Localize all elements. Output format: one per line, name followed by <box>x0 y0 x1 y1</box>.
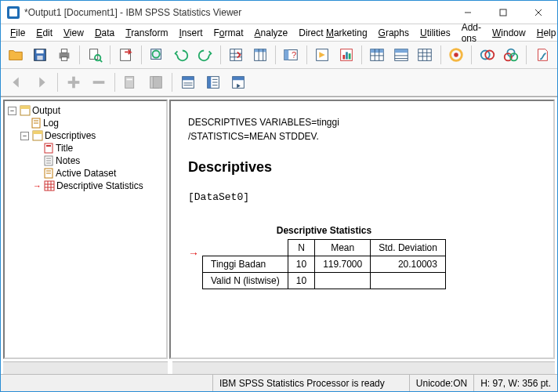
svg-rect-41 <box>418 49 432 61</box>
menu-help[interactable]: Help <box>532 26 558 40</box>
print-button[interactable] <box>53 44 74 66</box>
goto-data-button[interactable] <box>226 44 247 66</box>
svg-line-12 <box>100 60 103 62</box>
menu-data[interactable]: Data <box>90 26 119 40</box>
svg-rect-6 <box>37 56 42 60</box>
open-button[interactable] <box>5 44 27 66</box>
toolbar-2 <box>1 69 557 96</box>
collapse-button[interactable] <box>120 71 142 93</box>
menu-directmarketing[interactable]: Direct Marketing <box>294 26 371 40</box>
menu-window[interactable]: Window <box>487 26 531 40</box>
promote-button[interactable] <box>63 71 85 93</box>
section-title: Descriptives <box>188 159 536 176</box>
menubar: File Edit View Data Transform Insert For… <box>1 24 557 42</box>
maximize-button[interactable] <box>485 2 520 24</box>
tree-active-dataset-label: Active Dataset <box>56 168 116 179</box>
app-window: *Output1 [Document1] - IBM SPSS Statisti… <box>0 0 558 392</box>
tree-title[interactable]: Title <box>33 142 165 154</box>
goto-case-button[interactable] <box>249 44 270 66</box>
print-preview-button[interactable] <box>85 44 106 66</box>
tree-log[interactable]: Log <box>20 117 165 129</box>
column-header <box>203 240 288 256</box>
table-caption: Descriptive Statistics <box>202 225 446 239</box>
menu-insert[interactable]: Insert <box>174 26 207 40</box>
table-icon <box>44 180 55 191</box>
menu-edit[interactable]: Edit <box>31 26 57 40</box>
svg-rect-33 <box>371 49 384 53</box>
descriptive-statistics-table[interactable]: N Mean Std. Deviation Tinggi Badan 10 11… <box>202 239 446 289</box>
content-scrollbar[interactable] <box>172 361 555 374</box>
tree-title-label: Title <box>56 143 73 154</box>
status-unicode: Unicode:ON <box>409 375 473 391</box>
menu-utilities[interactable]: Utilities <box>415 26 455 40</box>
back-button[interactable] <box>5 71 27 93</box>
forward-button[interactable] <box>31 71 53 93</box>
collapse-icon[interactable]: − <box>8 107 16 115</box>
expand-button[interactable] <box>145 71 167 93</box>
menu-transform[interactable]: Transform <box>121 26 172 40</box>
menu-view[interactable]: View <box>59 26 89 40</box>
window-title: *Output1 [Document1] - IBM SPSS Statisti… <box>24 7 450 18</box>
circle-b-button[interactable] <box>501 44 522 66</box>
designate-window-button[interactable] <box>446 44 467 66</box>
svg-rect-59 <box>153 77 161 89</box>
tree-output[interactable]: − Output <box>8 104 165 117</box>
tree-notes[interactable]: Notes <box>33 154 165 167</box>
insert-button[interactable] <box>227 71 249 93</box>
insert-title-button[interactable] <box>390 44 411 66</box>
svg-text:?: ? <box>292 50 296 60</box>
menu-file[interactable]: File <box>5 26 30 40</box>
recall-dialog-button[interactable] <box>147 44 168 66</box>
syntax-line: /STATISTICS=MEAN STDDEV. <box>188 129 536 143</box>
output-content[interactable]: DESCRIPTIVES VARIABLES=tinggi /STATISTIC… <box>169 100 555 359</box>
tree-active-dataset[interactable]: Active Dataset <box>33 167 165 180</box>
collapse-icon[interactable]: − <box>20 132 29 140</box>
menu-format[interactable]: Format <box>209 26 248 40</box>
syntax-line: DESCRIPTIVES VARIABLES=tinggi <box>188 115 536 129</box>
insert-heading-button[interactable] <box>367 44 388 66</box>
toolbar-1: ? <box>1 42 557 69</box>
cell-value <box>371 273 446 289</box>
demote-button[interactable] <box>88 71 110 93</box>
hide-button[interactable] <box>202 71 224 93</box>
table-row[interactable]: Valid N (listwise) 10 <box>203 273 446 289</box>
svg-rect-61 <box>183 77 194 81</box>
tree-descriptive-statistics[interactable]: →Descriptive Statistics <box>33 180 165 192</box>
dataset-icon <box>43 168 54 179</box>
show-button[interactable] <box>177 71 199 93</box>
select-last-button[interactable] <box>312 44 333 66</box>
table-header-row: N Mean Std. Deviation <box>203 240 446 256</box>
tree-notes-label: Notes <box>56 155 80 166</box>
svg-rect-55 <box>93 81 105 84</box>
script-button[interactable] <box>531 44 553 66</box>
outline-tree[interactable]: − Output Log − Descriptives <box>3 100 168 359</box>
tree-descstat-label: Descriptive Statistics <box>56 180 143 191</box>
redo-button[interactable] <box>194 44 216 66</box>
app-icon <box>7 6 20 19</box>
svg-rect-9 <box>61 57 67 61</box>
table-row[interactable]: Tinggi Badan 10 119.7000 20.10003 <box>203 256 446 273</box>
title-icon <box>43 143 54 154</box>
notes-icon <box>43 155 54 166</box>
svg-rect-56 <box>125 77 134 89</box>
run-chart-button[interactable] <box>335 44 357 66</box>
tree-output-label: Output <box>32 105 60 116</box>
svg-rect-1 <box>500 9 506 16</box>
insert-text-button[interactable] <box>415 44 436 66</box>
undo-button[interactable] <box>171 44 192 66</box>
svg-rect-57 <box>127 78 132 80</box>
menu-analyze[interactable]: Analyze <box>250 26 293 40</box>
export-button[interactable] <box>115 44 136 66</box>
variables-button[interactable]: ? <box>281 44 302 66</box>
menu-graphs[interactable]: Graphs <box>374 26 414 40</box>
tree-scrollbar[interactable] <box>3 361 168 374</box>
circle-a-button[interactable] <box>476 44 498 66</box>
close-button[interactable] <box>520 2 556 24</box>
status-dimensions: H: 97, W: 356 pt. <box>473 375 557 391</box>
save-button[interactable] <box>30 44 51 66</box>
cell-value: 119.7000 <box>315 256 371 273</box>
column-header: N <box>288 240 314 256</box>
selected-arrow-icon: → <box>188 247 199 260</box>
svg-rect-8 <box>61 49 67 53</box>
tree-descriptives[interactable]: − Descriptives <box>20 129 165 142</box>
